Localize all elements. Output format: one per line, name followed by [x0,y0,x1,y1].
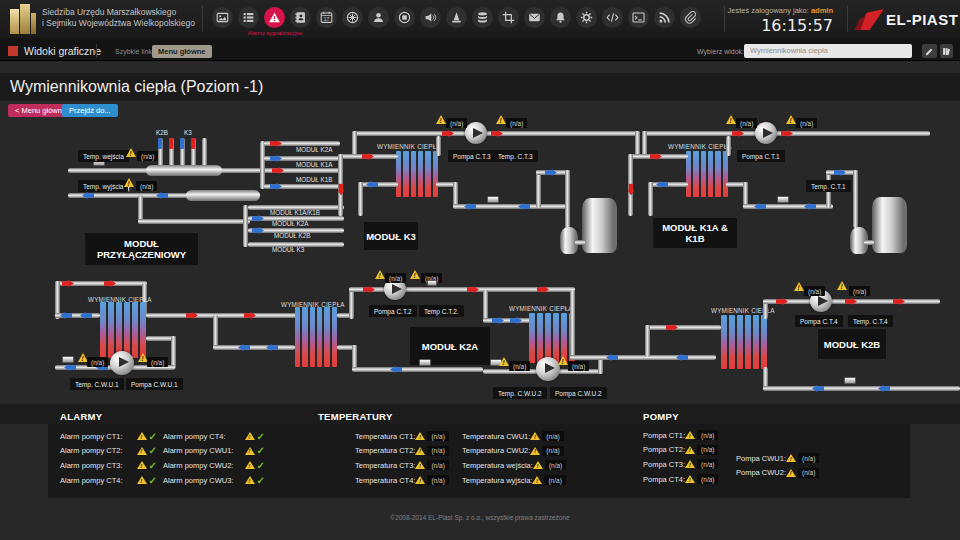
sensor-label: Temp. C.W.U.1 [70,378,124,390]
pipe [763,386,960,391]
manifold [146,165,222,176]
panel-row-label: Temperatura CT2: [355,446,415,455]
sensor-label: Temp. C.T.3 [493,150,538,162]
warning-icon [137,447,147,455]
target-icon[interactable] [342,7,363,28]
pump-list-col1: Pompa CT1:(n/a)Pompa CT2:(n/a)Pompa CT3:… [643,428,717,486]
panel-row: Temperatura CT2:(n/a) [355,444,441,459]
pipe-tag: MODUŁ K1A [296,161,332,168]
mail-icon[interactable] [524,7,545,28]
value-chip: (n/a) [136,181,157,191]
rss-icon[interactable] [654,7,675,28]
panel-row-label: Temperatura CT3: [355,461,415,470]
pipe [726,136,731,156]
crop-icon[interactable] [498,7,519,28]
views-list-icon[interactable] [238,7,259,28]
library-icon [942,47,951,56]
panel-row: Alarm pompy CT4:✓ [60,473,157,488]
value-chip: (n/a) [506,118,527,128]
sensor-label: Pompa C.W.U.2 [550,387,607,399]
warning-icon [245,461,255,469]
panel-title-pompy: POMPY [643,411,679,422]
user-icon[interactable] [368,7,389,28]
panel-row-value: ✓ [245,460,265,471]
warning-icon [245,476,255,484]
panel-row-label: Alarm pompy CWU1: [163,446,233,455]
database-icon[interactable] [472,7,493,28]
main-toolbar: 17 [212,7,701,28]
panel-row: Pompa CT2:(n/a) [643,443,717,458]
pump-icon[interactable] [110,351,134,375]
volume-icon[interactable] [420,7,441,28]
valve-cap [191,138,195,149]
value-chip: (n/a) [804,286,825,296]
panel-row: Temperatura CT3:(n/a) [355,458,441,473]
panel-row-label: Pompa CT3: [643,460,685,469]
sensor-label: Temp. C.T.4 [848,315,893,327]
sensor-label: Temp. wejścia [78,150,129,162]
panel-row-value: ✓ [245,445,265,456]
ok-check-icon: ✓ [257,445,265,456]
code-icon[interactable] [602,7,623,28]
panel-row-value: (n/a) [685,459,718,469]
image-icon[interactable] [212,7,233,28]
calendar-icon[interactable]: 17 [316,7,337,28]
cone-icon[interactable] [446,7,467,28]
sensor-label: Pompa C.W.U.1 [126,378,183,390]
ok-check-icon: ✓ [257,460,265,471]
panel-row-value: ✓ [245,431,265,442]
panel-row-label: Pompa CWU2: [736,468,786,477]
panel-row: Alarm pompy CT3:✓ [60,458,157,473]
pipe [853,170,858,228]
pump-icon[interactable] [755,122,777,144]
heat-exchanger-label: WYMIENNIK CIEPŁA [509,305,573,312]
panel-title-alarmy: ALARMY [60,411,102,422]
panel-row: Pompa CT3:(n/a) [643,457,717,472]
alarms-icon[interactable] [264,7,285,28]
value-chip: (n/a) [427,460,448,470]
settings-icon[interactable] [576,7,597,28]
pipe [864,240,874,245]
pump-list-col2: Pompa CWU1:(n/a)Pompa CWU2:(n/a) [736,451,818,480]
contacts-icon[interactable] [290,7,311,28]
panel-row-label: Alarm pompy CWU3: [163,476,233,485]
module-box: MODUŁ PRZYŁĄCZENIOWY [85,233,198,265]
warning-icon [436,115,446,124]
pipe [645,325,721,330]
edit-view-button[interactable] [922,44,937,58]
panel-row-value: (n/a) [415,460,448,470]
pipe [648,182,653,216]
value-chip: (n/a) [385,273,406,283]
goto-button[interactable]: Przejdź do... [62,104,118,117]
alarm-list-col1: Alarm pompy CT1:✓Alarm pompy CT2:✓Alarm … [60,429,157,487]
panel-row-value: (n/a) [685,430,718,440]
pipe [146,313,298,318]
attachment-icon[interactable] [680,7,701,28]
stop-icon[interactable] [394,7,415,28]
warning-icon [245,447,255,455]
panel-row-value: (n/a) [685,445,718,455]
pipe [243,205,248,247]
library-button[interactable] [940,44,953,58]
pump-icon[interactable] [536,357,560,381]
menu-glowne-button[interactable]: Menu główne [152,45,212,58]
pump-icon[interactable] [465,122,487,144]
org-name-line2: i Sejmiku Województwa Wielkopolskiego [42,18,195,29]
value-chip: (n/a) [798,468,819,478]
terminal-icon[interactable] [628,7,649,28]
alarm-badge-label: Alarmy sygnalizacyjne [238,30,312,36]
panel-row: Temperatura CT1:(n/a) [355,429,441,444]
pipe [536,170,541,208]
value-chip: (n/a) [446,118,467,128]
heat-exchanger-label: WYMIENNIK CIEPŁA [668,143,732,150]
bell-icon[interactable] [550,7,571,28]
heat-exchanger [396,151,438,197]
logged-in-text: Jesteś zalogowany jako: admin [700,6,833,15]
pipe [565,170,570,228]
view-select[interactable]: Wymiennikownia ciepła [744,44,912,58]
quick-links-label[interactable]: Szybkie linki [115,48,154,55]
manifold [186,190,260,201]
sensor-label: Temp C.T.2. [419,305,464,317]
warning-icon [533,461,543,469]
sensor-instrument [844,377,856,384]
